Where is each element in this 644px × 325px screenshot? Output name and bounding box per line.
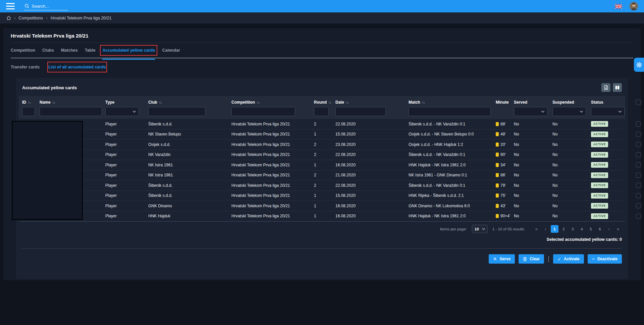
filter-select-served[interactable] bbox=[514, 107, 547, 116]
last-page-button[interactable]: » bbox=[614, 225, 622, 233]
tab-matches[interactable]: Matches bbox=[61, 48, 78, 53]
cell-suspended: No bbox=[552, 193, 591, 198]
chevron-down-icon bbox=[133, 109, 136, 113]
sort-icon[interactable]: ↑↓ bbox=[257, 101, 259, 104]
page-button-4[interactable]: 4 bbox=[578, 225, 586, 233]
cell-suspended: No bbox=[552, 152, 591, 157]
cell-suspended: No bbox=[552, 142, 591, 147]
cell-suspended: No bbox=[552, 132, 591, 137]
columns-icon bbox=[615, 86, 620, 90]
filter-input-round[interactable] bbox=[314, 107, 329, 116]
cell-match: HNK Rijeka - Šibenik s.d.d. 2:1 bbox=[409, 193, 496, 198]
filter-select-status[interactable] bbox=[591, 107, 625, 116]
search-input[interactable] bbox=[32, 4, 67, 9]
row-checkbox[interactable] bbox=[636, 203, 641, 208]
cell-club: GNK Dinamo bbox=[148, 204, 231, 208]
row-checkbox[interactable] bbox=[636, 132, 641, 137]
minute-value: 43' bbox=[500, 204, 506, 208]
cell-minute: 79' bbox=[496, 183, 514, 188]
deactivate-button[interactable]: − Deactivate bbox=[588, 254, 622, 264]
tab-clubs[interactable]: Clubs bbox=[42, 48, 54, 53]
filter-select-suspended[interactable] bbox=[552, 107, 586, 116]
subtab-transfer-cards[interactable]: Transfer cards bbox=[11, 65, 40, 69]
clear-button[interactable]: Clear bbox=[519, 254, 544, 264]
sort-icon[interactable]: ↑↓ bbox=[159, 101, 162, 104]
page-button-2[interactable]: 2 bbox=[560, 225, 568, 233]
search-box[interactable] bbox=[24, 2, 68, 10]
language-flag-icon[interactable] bbox=[615, 4, 622, 9]
cell-minute: 75' bbox=[496, 193, 514, 198]
next-page-button[interactable]: › bbox=[605, 225, 613, 233]
filter-input-competition[interactable] bbox=[231, 107, 295, 116]
row-checkbox[interactable] bbox=[636, 214, 641, 219]
row-checkbox[interactable] bbox=[636, 162, 641, 167]
activate-button[interactable]: ✓ Activate bbox=[553, 254, 584, 264]
filter-input-name[interactable] bbox=[40, 107, 102, 116]
sort-icon[interactable]: ↑↓ bbox=[346, 101, 348, 104]
table-end-divider bbox=[19, 221, 625, 222]
row-checkbox[interactable] bbox=[636, 142, 641, 147]
select-all-checkbox[interactable] bbox=[636, 100, 641, 105]
serve-button[interactable]: ✕ Serve bbox=[489, 254, 515, 264]
page-button-5[interactable]: 5 bbox=[587, 225, 595, 233]
table-header: ID↑↓Name↑↓TypeClub↑↓Competition↑↓Round↑↓… bbox=[19, 96, 625, 119]
filter-input-id[interactable] bbox=[22, 107, 35, 116]
filter-input-club[interactable] bbox=[148, 107, 205, 116]
status-badge: ACTIVE bbox=[591, 213, 608, 219]
prev-page-button[interactable]: ‹ bbox=[542, 225, 549, 233]
row-checkbox[interactable] bbox=[636, 121, 641, 126]
columns-toggle-button[interactable] bbox=[613, 83, 622, 92]
cell-minute: 88' bbox=[496, 122, 514, 126]
panel-title: Accumulated yellow cards bbox=[22, 85, 77, 90]
tab-accumulated-yellow-cards[interactable]: Accumulated yellow cards bbox=[102, 48, 155, 53]
filter-select-type[interactable] bbox=[105, 107, 139, 116]
cell-served: No bbox=[514, 193, 552, 198]
cell-type: Player bbox=[105, 183, 148, 188]
breadcrumb-competitions[interactable]: Competitions bbox=[18, 16, 43, 20]
row-checkbox[interactable] bbox=[636, 193, 641, 198]
cell-suspended: No bbox=[552, 214, 591, 218]
first-page-button[interactable]: « bbox=[533, 225, 540, 233]
filter-input-date[interactable] bbox=[335, 107, 386, 116]
column-header-minute: Minute bbox=[496, 98, 514, 106]
tab-competition[interactable]: Competition bbox=[11, 48, 35, 53]
tab-calendar[interactable]: Calendar bbox=[162, 48, 180, 53]
column-header-round: Round↑↓ bbox=[314, 98, 335, 106]
sort-icon[interactable]: ↑↓ bbox=[422, 101, 425, 104]
row-checkbox[interactable] bbox=[636, 173, 641, 178]
filter-cell-status bbox=[591, 107, 634, 116]
export-file-button[interactable] bbox=[601, 83, 610, 92]
sort-icon[interactable]: ↑↓ bbox=[28, 101, 31, 104]
subtab-list-of-all-accumulated-cards[interactable]: List of all accumulated cards bbox=[48, 65, 106, 69]
hamburger-menu-icon[interactable] bbox=[6, 3, 15, 9]
settings-button[interactable] bbox=[634, 58, 644, 72]
page-button-3[interactable]: 3 bbox=[569, 225, 577, 233]
action-buttons: ✕ Serve Clear ✓ Activate − Deactivate bbox=[22, 254, 622, 264]
table-row: PlayerNK Slaven BelupoHrvatski Telekom P… bbox=[22, 129, 622, 140]
row-checkbox[interactable] bbox=[636, 152, 641, 157]
column-header-match: Match↑↓ bbox=[409, 98, 496, 106]
page-button-6[interactable]: 6 bbox=[596, 225, 604, 233]
breadcrumb: › Competitions › Hrvatski Telekom Prva l… bbox=[0, 12, 644, 23]
filter-input-match[interactable] bbox=[409, 107, 491, 116]
table-row: PlayerNK Istra 1961Hrvatski Telekom Prva… bbox=[22, 160, 622, 170]
table-row: PlayerOsijek s.d.d.Hrvatski Telekom Prva… bbox=[22, 140, 622, 150]
sort-icon[interactable]: ↑↓ bbox=[52, 101, 55, 104]
chevron-down-icon bbox=[580, 109, 583, 113]
user-avatar[interactable] bbox=[630, 2, 638, 10]
cell-served: No bbox=[514, 204, 552, 208]
selected-summary: Selected accumulated yellow cards: 0 bbox=[547, 237, 622, 242]
cell-served: No bbox=[514, 122, 552, 126]
items-per-page-select[interactable]: 10 bbox=[472, 225, 487, 233]
page-button-1[interactable]: 1 bbox=[551, 225, 558, 233]
row-checkbox[interactable] bbox=[636, 183, 641, 188]
pagination: Items per page: 10 1 - 10 of 55 results … bbox=[22, 225, 622, 233]
tab-table[interactable]: Table bbox=[85, 48, 96, 53]
status-badge: ACTIVE bbox=[591, 172, 608, 178]
cell-select bbox=[634, 203, 642, 208]
cell-round: 2 bbox=[314, 183, 335, 188]
cell-round: 1 bbox=[314, 132, 335, 137]
home-icon[interactable] bbox=[6, 16, 11, 20]
sort-icon[interactable]: ↑↓ bbox=[328, 101, 331, 104]
column-header-date: Date↑↓ bbox=[335, 98, 409, 106]
